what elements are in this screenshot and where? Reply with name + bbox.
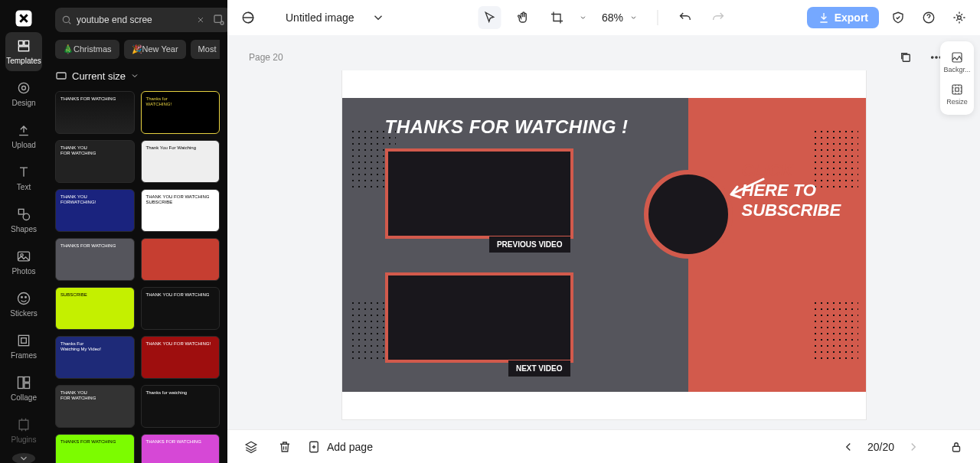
canvas-page[interactable]: THANKS FOR WATCHING ! PREVIOUS VIDEO NEX… bbox=[342, 70, 866, 419]
search-box[interactable] bbox=[55, 8, 231, 32]
template-thumb[interactable]: SUBSCRIBE bbox=[55, 287, 135, 330]
next-video-box[interactable]: NEXT VIDEO bbox=[385, 272, 573, 363]
chevron-down-icon[interactable] bbox=[579, 14, 586, 21]
clear-search-icon[interactable] bbox=[196, 15, 205, 24]
redo-button[interactable] bbox=[707, 6, 730, 29]
rail-more-button[interactable] bbox=[12, 453, 35, 463]
search-icon bbox=[61, 15, 72, 25]
template-thumb[interactable] bbox=[141, 238, 220, 281]
delete-page-button[interactable] bbox=[273, 435, 296, 458]
template-thumb[interactable]: THANK YOU FOR WATCHING bbox=[141, 287, 220, 330]
assets-button[interactable] bbox=[237, 6, 260, 29]
rail-upload-label: Upload bbox=[11, 141, 36, 149]
template-thumb[interactable]: THANK YOUFOR WATCHING bbox=[55, 385, 135, 428]
rail-frames-label: Frames bbox=[11, 351, 37, 360]
rail-collage[interactable]: Collage bbox=[5, 369, 42, 408]
settings-button[interactable] bbox=[948, 6, 971, 29]
svg-rect-17 bbox=[24, 383, 30, 389]
rail-stickers[interactable]: Stickers bbox=[5, 285, 42, 324]
svg-rect-3 bbox=[18, 47, 28, 51]
next-video-label: NEXT VIDEO bbox=[508, 360, 570, 377]
background-label: Backgr... bbox=[943, 66, 970, 73]
template-thumb[interactable]: THANKS FOR WATCHING bbox=[141, 434, 220, 463]
layers-button[interactable] bbox=[240, 435, 263, 458]
page-counter: 20/20 bbox=[867, 441, 894, 453]
doc-title[interactable]: Untitled image bbox=[286, 11, 354, 24]
svg-point-7 bbox=[23, 214, 29, 220]
app-main: Templates Design Upload Text Shapes Phot… bbox=[0, 0, 980, 463]
svg-rect-18 bbox=[19, 420, 28, 429]
hand-tool[interactable] bbox=[511, 6, 534, 29]
svg-point-10 bbox=[18, 293, 30, 305]
rail-photos[interactable]: Photos bbox=[5, 243, 42, 282]
title-menu-button[interactable] bbox=[367, 6, 390, 29]
svg-rect-22 bbox=[57, 73, 66, 79]
template-thumb[interactable]: Thank You For Watching bbox=[141, 140, 220, 183]
svg-rect-33 bbox=[953, 446, 960, 452]
rail-design[interactable]: Design bbox=[5, 74, 42, 113]
svg-rect-31 bbox=[952, 85, 962, 94]
size-filter[interactable]: Current size bbox=[55, 70, 220, 82]
subscribe-circle[interactable] bbox=[644, 170, 733, 259]
chip-christmas[interactable]: 🎄Christmas bbox=[55, 40, 119, 59]
help-button[interactable] bbox=[917, 6, 940, 29]
duplicate-page-button[interactable] bbox=[894, 46, 917, 69]
rail-templates[interactable]: Templates bbox=[5, 32, 42, 71]
app-logo[interactable] bbox=[6, 8, 41, 29]
next-page-button[interactable] bbox=[902, 435, 925, 458]
subscribe-line3: SUBSCRIBE bbox=[742, 201, 841, 220]
rail-plugins[interactable]: Plugins bbox=[5, 411, 42, 450]
search-input[interactable] bbox=[77, 15, 191, 25]
page-nav: 20/20 bbox=[837, 435, 968, 458]
template-thumb[interactable]: Thanks ForWatching My Video! bbox=[55, 336, 135, 379]
template-thumb[interactable]: THANKS FOR WATCHING bbox=[55, 238, 135, 281]
templates-sidebar: 🎄Christmas 🎉New Year Most Current size T… bbox=[47, 0, 227, 463]
rail-upload[interactable]: Upload bbox=[5, 116, 42, 155]
top-bar: Untitled image 68% Export bbox=[227, 0, 980, 35]
undo-button[interactable] bbox=[673, 6, 696, 29]
chip-most[interactable]: Most bbox=[191, 40, 220, 59]
template-thumb[interactable]: THANKS FOR WATCHING bbox=[55, 91, 135, 134]
page-number-label: Page 20 bbox=[249, 52, 283, 63]
chip-newyear[interactable]: 🎉New Year bbox=[124, 40, 186, 59]
template-thumb[interactable]: Thanks forWATCHING! bbox=[141, 91, 220, 134]
crop-tool[interactable] bbox=[545, 6, 568, 29]
rail-templates-label: Templates bbox=[6, 57, 41, 65]
subscribe-line1: CLICK bbox=[742, 161, 793, 180]
template-thumb[interactable]: THANK YOU FOR WATCHINGSUBSCRIBE bbox=[141, 189, 220, 232]
template-thumb[interactable]: THANK YOUFOR WATCHING bbox=[55, 140, 135, 183]
template-thumb[interactable]: THANK YOU FOR WATCHING! bbox=[141, 336, 220, 379]
add-page-button[interactable]: Add page bbox=[307, 440, 373, 454]
rail-collage-label: Collage bbox=[11, 393, 37, 402]
svg-rect-26 bbox=[903, 54, 910, 61]
rail-frames[interactable]: Frames bbox=[5, 327, 42, 366]
rail-design-label: Design bbox=[11, 99, 35, 107]
rail-shapes[interactable]: Shapes bbox=[5, 201, 42, 240]
template-thumb[interactable]: Thanks for watching bbox=[141, 385, 220, 428]
template-thumb[interactable]: THANK YOUFORWATCHING! bbox=[55, 189, 135, 232]
previous-video-label: PREVIOUS VIDEO bbox=[489, 236, 570, 253]
rail-text[interactable]: Text bbox=[5, 158, 42, 197]
background-button[interactable]: Backgr... bbox=[943, 46, 970, 78]
shield-button[interactable] bbox=[887, 6, 910, 29]
image-search-icon[interactable] bbox=[213, 14, 225, 26]
svg-rect-6 bbox=[18, 209, 24, 214]
svg-rect-15 bbox=[18, 377, 24, 389]
bottom-bar: Add page 20/20 bbox=[227, 429, 980, 463]
subscribe-line2: HERE TO bbox=[742, 181, 816, 200]
template-thumb[interactable]: THANKS FOR WATCHING bbox=[55, 434, 135, 463]
endcard-title[interactable]: THANKS FOR WATCHING ! bbox=[385, 116, 688, 138]
zoom-level[interactable]: 68% bbox=[602, 11, 637, 24]
svg-rect-14 bbox=[21, 338, 27, 344]
add-page-label: Add page bbox=[327, 441, 373, 453]
lock-button[interactable] bbox=[945, 435, 968, 458]
resize-button[interactable]: Resize bbox=[946, 78, 968, 110]
prev-page-button[interactable] bbox=[837, 435, 860, 458]
select-tool[interactable] bbox=[478, 6, 501, 29]
previous-video-box[interactable]: PREVIOUS VIDEO bbox=[385, 148, 573, 239]
export-button[interactable]: Export bbox=[807, 7, 879, 28]
divider bbox=[657, 10, 658, 25]
svg-rect-2 bbox=[24, 41, 29, 45]
subscribe-text[interactable]: CLICK HERE TO SUBSCRIBE bbox=[742, 161, 841, 220]
svg-point-4 bbox=[18, 83, 28, 93]
